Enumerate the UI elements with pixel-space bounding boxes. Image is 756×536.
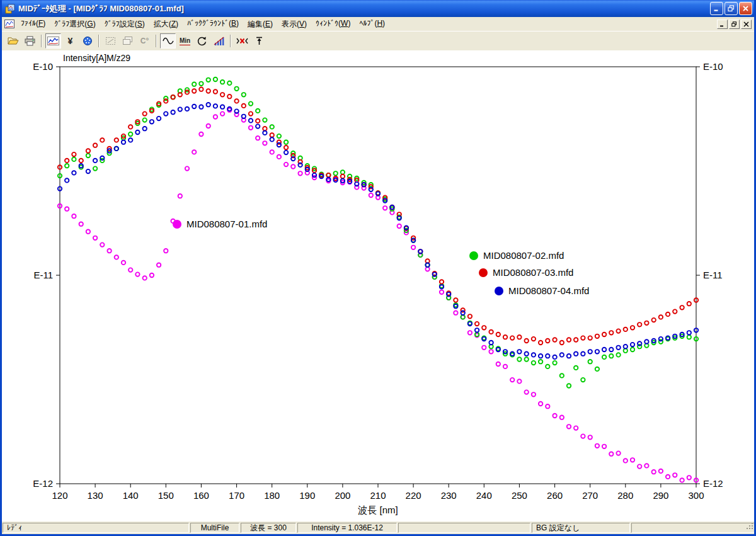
- x-tick-label: 170: [229, 490, 244, 501]
- menu-window[interactable]: ｳｨﾝﾄﾞｳ(W): [311, 17, 355, 31]
- toolbar-separator: [156, 35, 157, 47]
- graph-display-button[interactable]: [45, 33, 61, 48]
- frame-button: [103, 33, 118, 48]
- mid-process-button[interactable]: [79, 33, 95, 48]
- legend-label: MID080807-01.mfd: [186, 219, 267, 229]
- y-tick-label-right: E-12: [703, 478, 723, 489]
- menu-graph-settings[interactable]: ｸﾞﾗﾌ設定(S): [100, 17, 149, 31]
- legend-marker: [469, 251, 478, 260]
- x-tick-label: 260: [547, 490, 563, 501]
- x-tick-label: 240: [476, 490, 492, 501]
- printer-icon: [25, 36, 35, 46]
- toolbar: ¥C°Min: [2, 31, 754, 50]
- x-tick-label: 200: [335, 490, 350, 501]
- mdi-restore-button[interactable]: [729, 20, 740, 29]
- x-tick-label: 230: [441, 490, 457, 501]
- histogram-button[interactable]: [211, 33, 227, 48]
- chart-area: E-10E-10E-11E-11E-12E-121201301401501601…: [2, 50, 754, 521]
- integrate-button[interactable]: ¥: [62, 33, 78, 48]
- x-tick-label: 140: [123, 490, 139, 501]
- close-icon: [742, 5, 749, 12]
- blue-dots-icon: [83, 36, 93, 46]
- x-tick-label: 220: [406, 490, 421, 501]
- open-folder-icon: [8, 36, 19, 46]
- smooth-button[interactable]: [160, 33, 176, 48]
- x-tick-label: 300: [688, 490, 704, 501]
- status-mode: MultiFile: [190, 523, 239, 533]
- mz-annotation: M/z29: [106, 53, 130, 63]
- toolbar-separator: [98, 35, 100, 47]
- redraw-button[interactable]: [194, 33, 210, 48]
- x-tick-label: 160: [193, 490, 209, 501]
- x-tick-label: 250: [512, 490, 527, 501]
- mdi-close-icon: [743, 21, 749, 27]
- mdi-restore-icon: [731, 21, 737, 27]
- legend-label: MID080807-03.mfd: [493, 267, 573, 278]
- series-MID080807-01.mfd: [58, 108, 698, 482]
- menu-zoom[interactable]: 拡大(Z): [149, 17, 183, 31]
- x-tick-label: 150: [158, 490, 174, 501]
- y-tick-label-right: E-11: [703, 270, 723, 280]
- graph-icon: [47, 36, 59, 46]
- print-button[interactable]: [22, 33, 38, 48]
- window-title: MIDﾃﾞｰﾀ処理 - [MIDｸﾞﾗﾌ MID080807-01.mfd]: [18, 3, 709, 14]
- x-tick-label: 270: [582, 490, 598, 501]
- menu-edit[interactable]: 編集(E): [243, 17, 277, 31]
- legend-label: MID080807-02.mfd: [483, 250, 564, 261]
- series-MID080807-02.mfd: [58, 77, 698, 388]
- overlap-windows-icon: [122, 36, 133, 46]
- y-axis-label: Intensity[A]: [63, 53, 106, 63]
- restore-icon: [728, 5, 735, 12]
- mdi-controls: [717, 20, 752, 29]
- refresh-icon: [197, 36, 207, 46]
- app-window: MIDﾃﾞｰﾀ処理 - [MIDｸﾞﾗﾌ MID080807-01.mfd] ﾌ…: [0, 0, 756, 536]
- status-intensity: Intensity = 1.036E-12: [297, 523, 397, 533]
- status-bg: BG 設定なし: [532, 523, 630, 533]
- menu-background[interactable]: ﾊﾞｯｸｸﾞﾗｳﾝﾄﾞ(B): [183, 17, 243, 31]
- resize-grip-icon: [745, 523, 754, 530]
- x-tick-label: 210: [370, 490, 386, 501]
- mdi-close-button[interactable]: [741, 20, 752, 29]
- document-icon[interactable]: [4, 20, 14, 28]
- status-ready: ﾚﾃﾞｨ: [3, 523, 189, 533]
- menu-graph-select[interactable]: ｸﾞﾗﾌ選択(G): [50, 17, 100, 31]
- x-tick-label: 120: [52, 490, 67, 501]
- legend-marker: [173, 220, 181, 229]
- y-tick-label: E-11: [33, 270, 53, 280]
- delete-points-button[interactable]: [234, 33, 250, 48]
- restore-button[interactable]: [724, 2, 738, 15]
- close-button[interactable]: [739, 2, 752, 15]
- sine-wave-icon: [163, 37, 174, 45]
- toolbar-separator: [41, 35, 42, 47]
- windows-button: [120, 33, 135, 48]
- x-axis-label: 波長 [nm]: [358, 505, 398, 515]
- title-bar: MIDﾃﾞｰﾀ処理 - [MIDｸﾞﾗﾌ MID080807-01.mfd]: [2, 0, 754, 17]
- y-tick-label: E-10: [33, 61, 53, 72]
- menu-help[interactable]: ﾍﾙﾌﾟ(H): [355, 17, 389, 31]
- series-MID080807-04.mfd: [58, 103, 698, 359]
- minimize-icon: [713, 5, 720, 12]
- up-arrow-icon: [255, 36, 264, 46]
- status-wavelength: 波長 = 300: [241, 523, 296, 533]
- mdi-minimize-button[interactable]: [717, 20, 728, 29]
- toolbar-separator: [230, 35, 231, 47]
- x-tick-label: 290: [653, 490, 668, 501]
- open-button[interactable]: [5, 33, 21, 48]
- min-icon: Min: [180, 37, 190, 45]
- y-tick-label-right: E-10: [703, 61, 723, 72]
- legend-marker: [495, 287, 503, 295]
- min-button[interactable]: Min: [177, 33, 193, 48]
- temperature-button: C°: [137, 33, 152, 48]
- x-tick-label: 190: [299, 490, 315, 501]
- resize-grip[interactable]: [745, 523, 754, 532]
- frame-icon: [105, 36, 116, 46]
- y-tick-label: E-12: [33, 478, 53, 489]
- minimize-button[interactable]: [710, 2, 723, 15]
- app-icon[interactable]: [5, 4, 15, 14]
- menu-file[interactable]: ﾌｧｲﾙ(F): [16, 17, 50, 31]
- menu-view[interactable]: 表示(V): [277, 17, 311, 31]
- legend-marker: [479, 268, 488, 277]
- scatter-plot[interactable]: E-10E-10E-11E-11E-12E-121201301401501601…: [2, 50, 754, 522]
- x-tick-label: 280: [617, 490, 633, 501]
- export-top-button[interactable]: [251, 33, 267, 48]
